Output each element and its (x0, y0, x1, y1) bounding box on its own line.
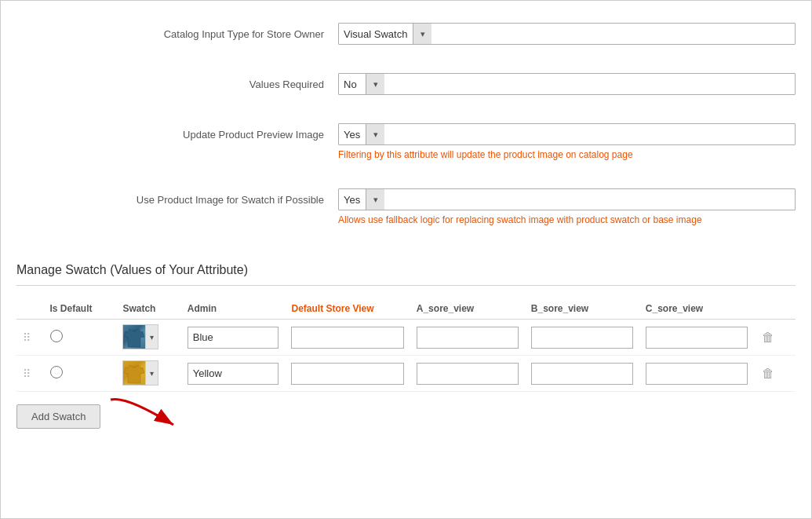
row2-swatch[interactable]: ▾ (116, 356, 180, 392)
use-product-image-label: Use Product Image for Swatch if Possible (16, 188, 338, 208)
values-required-label: Values Required (16, 73, 338, 93)
form-section: Catalog Input Type for Store Owner Visua… (1, 9, 811, 255)
row1-drag[interactable]: ⠿ (16, 320, 44, 356)
update-product-preview-label: Update Product Preview Image (16, 123, 338, 143)
page-container: Catalog Input Type for Store Owner Visua… (0, 0, 812, 519)
row2-delete-button[interactable]: 🗑 (760, 365, 776, 382)
row1-delete[interactable]: 🗑 (754, 320, 796, 356)
update-product-preview-control: Yes No Filtering by this attribute will … (338, 123, 796, 160)
red-arrow-annotation (103, 392, 189, 435)
row1-swatch-dropdown-icon[interactable]: ▾ (146, 324, 158, 349)
row1-default-radio[interactable] (50, 330, 63, 342)
catalog-input-type-dropdown-btn[interactable] (413, 24, 431, 44)
use-product-image-hint: Allows use fallback logic for replacing … (338, 214, 796, 225)
table-row: ⠿ (16, 320, 796, 356)
update-product-preview-dropdown-btn[interactable] (366, 124, 384, 144)
row1-c-sore[interactable] (639, 320, 754, 356)
col-header-admin: Admin (181, 298, 286, 320)
row1-swatch-color-blue (123, 325, 145, 349)
row2-drag[interactable]: ⠿ (16, 356, 44, 392)
values-required-select[interactable]: No Yes (339, 77, 366, 92)
update-product-preview-select-wrapper[interactable]: Yes No (338, 123, 796, 145)
row1-is-default (44, 320, 117, 356)
col-header-is-default: Is Default (44, 298, 117, 320)
row2-admin-input[interactable] (188, 363, 279, 385)
manage-swatch-title: Manage Swatch (Values of Your Attribute) (16, 263, 796, 277)
col-header-delete (754, 298, 796, 320)
section-divider (16, 285, 796, 286)
row2-swatch-img[interactable] (122, 360, 146, 386)
row1-default-store-input[interactable] (291, 327, 403, 349)
use-product-image-control: Yes No Allows use fallback logic for rep… (338, 188, 796, 225)
row1-admin-input[interactable] (188, 327, 279, 349)
row2-swatch-dropdown-icon[interactable]: ▾ (146, 360, 158, 386)
row2-swatch-color-yellow (123, 361, 145, 385)
use-product-image-dropdown-btn[interactable] (366, 189, 384, 210)
row1-delete-button[interactable]: 🗑 (760, 329, 776, 346)
row2-delete[interactable]: 🗑 (754, 356, 796, 392)
catalog-input-type-select-wrapper[interactable]: Visual Swatch Text Swatch Dropdown (338, 23, 796, 45)
row1-a-sore[interactable] (410, 320, 525, 356)
table-header-row: Is Default Swatch Admin Default Store Vi… (16, 298, 796, 320)
update-product-preview-hint: Filtering by this attribute will update … (338, 149, 796, 160)
row1-b-sore[interactable] (525, 320, 639, 356)
row1-b-sore-input[interactable] (531, 327, 633, 349)
row2-b-sore[interactable] (525, 356, 639, 392)
row1-c-sore-input[interactable] (646, 327, 748, 349)
row2-b-sore-input[interactable] (531, 363, 633, 385)
values-required-row: Values Required No Yes (16, 67, 796, 101)
row2-admin[interactable] (181, 356, 286, 392)
col-header-a-sore: A_sore_view (410, 298, 525, 320)
use-product-image-select-wrapper[interactable]: Yes No (338, 188, 796, 210)
row2-a-sore-input[interactable] (417, 363, 519, 385)
use-product-image-row: Use Product Image for Swatch if Possible… (16, 182, 796, 232)
row1-a-sore-input[interactable] (417, 327, 519, 349)
manage-swatch-section: Manage Swatch (Values of Your Attribute) (1, 255, 811, 286)
row2-default-store[interactable] (285, 356, 410, 392)
row2-c-sore[interactable] (639, 356, 754, 392)
catalog-input-type-select[interactable]: Visual Swatch Text Swatch Dropdown (339, 27, 413, 42)
add-swatch-button[interactable]: Add Swatch (16, 404, 100, 429)
col-header-default-store: Default Store View (285, 298, 410, 320)
row1-swatch[interactable]: ▾ (116, 320, 180, 356)
values-required-dropdown-btn[interactable] (366, 74, 384, 94)
drag-handle-icon[interactable]: ⠿ (23, 367, 31, 380)
catalog-input-type-row: Catalog Input Type for Store Owner Visua… (16, 16, 796, 51)
swatch-table-section: Is Default Swatch Admin Default Store Vi… (1, 298, 811, 392)
row1-swatch-figure[interactable]: ▾ (122, 324, 158, 349)
update-product-preview-select[interactable]: Yes No (339, 127, 366, 142)
catalog-input-type-control: Visual Swatch Text Swatch Dropdown (338, 23, 796, 45)
add-swatch-area: Add Swatch (1, 392, 811, 437)
col-header-drag (16, 298, 44, 320)
row2-c-sore-input[interactable] (646, 363, 748, 385)
table-row: ⠿ (16, 356, 796, 392)
col-header-swatch: Swatch (116, 298, 180, 320)
values-required-control: No Yes (338, 73, 796, 95)
values-required-select-wrapper[interactable]: No Yes (338, 73, 796, 95)
row2-default-radio[interactable] (50, 366, 63, 378)
row2-is-default (44, 356, 117, 392)
col-header-b-sore: B_sore_view (525, 298, 639, 320)
row2-default-store-input[interactable] (291, 363, 403, 385)
row1-default-store[interactable] (285, 320, 410, 356)
row2-swatch-figure[interactable]: ▾ (122, 360, 158, 386)
drag-handle-icon[interactable]: ⠿ (23, 331, 31, 344)
swatch-table: Is Default Swatch Admin Default Store Vi… (16, 298, 796, 392)
col-header-c-sore: C_sore_view (639, 298, 754, 320)
use-product-image-select[interactable]: Yes No (339, 192, 366, 207)
row2-a-sore[interactable] (410, 356, 525, 392)
update-product-preview-row: Update Product Preview Image Yes No Filt… (16, 117, 796, 166)
catalog-input-type-label: Catalog Input Type for Store Owner (16, 23, 338, 42)
row1-swatch-img[interactable] (122, 324, 146, 349)
row1-admin[interactable] (181, 320, 286, 356)
